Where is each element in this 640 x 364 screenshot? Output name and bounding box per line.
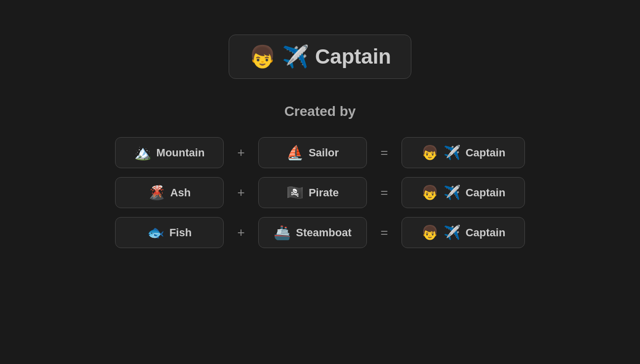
recipe-row-1: 🏔️ Mountain + ⛵ Sailor = 👦 ✈️ Captain [115, 137, 525, 168]
header-result-card: 👦 ✈️ Captain [229, 35, 411, 79]
recipe2-result-emoji2: ✈️ [443, 184, 461, 201]
recipe2-result-label: Captain [466, 186, 506, 199]
equals-operator-2: = [377, 185, 392, 200]
recipe3-ingredient2-label: Steamboat [296, 226, 351, 239]
recipe2-ingredient1-card: 🌋 Ash [115, 177, 224, 208]
recipe1-ingredient1-emoji: 🏔️ [134, 145, 152, 161]
recipe2-ingredient1-emoji: 🌋 [148, 184, 165, 201]
recipe1-ingredient1-card: 🏔️ Mountain [115, 137, 224, 168]
recipe1-result-emoji1: 👦 [421, 145, 439, 161]
recipe3-ingredient1-card: 🐟 Fish [115, 217, 224, 248]
recipe3-ingredient1-emoji: 🐟 [147, 224, 164, 241]
recipe3-result-emoji2: ✈️ [443, 224, 461, 241]
recipe3-result-emoji1: 👦 [421, 224, 439, 241]
recipe1-ingredient1-label: Mountain [157, 146, 205, 159]
recipe1-ingredient2-emoji: ⛵ [286, 145, 304, 161]
recipe2-ingredient2-card: 🏴‍☠️ Pirate [258, 177, 367, 208]
recipe2-result-card: 👦 ✈️ Captain [401, 177, 525, 208]
recipe-row-2: 🌋 Ash + 🏴‍☠️ Pirate = 👦 ✈️ Captain [115, 177, 525, 208]
header-title: Captain [315, 45, 391, 69]
recipe3-result-label: Captain [466, 226, 506, 239]
recipe1-ingredient2-card: ⛵ Sailor [258, 137, 367, 168]
plus-operator-3: + [234, 225, 248, 240]
recipe3-ingredient1-label: Fish [169, 226, 192, 239]
recipe1-result-emoji2: ✈️ [443, 145, 461, 161]
equals-operator-3: = [377, 225, 392, 240]
recipe3-ingredient2-emoji: 🚢 [274, 224, 291, 241]
equals-operator-1: = [377, 145, 392, 160]
header-emoji2: ✈️ [282, 44, 309, 70]
header-emoji1: 👦 [249, 44, 276, 70]
recipe3-ingredient2-card: 🚢 Steamboat [258, 217, 367, 248]
recipe1-result-card: 👦 ✈️ Captain [401, 137, 525, 168]
recipes-container: 🏔️ Mountain + ⛵ Sailor = 👦 ✈️ Captain 🌋 … [115, 137, 525, 248]
recipe2-ingredient1-label: Ash [170, 186, 191, 199]
plus-operator-1: + [234, 145, 248, 160]
recipe2-ingredient2-emoji: 🏴‍☠️ [286, 184, 304, 201]
plus-operator-2: + [234, 185, 248, 200]
created-by-label: Created by [284, 104, 356, 119]
recipe2-result-emoji1: 👦 [421, 184, 439, 201]
recipe1-ingredient2-label: Sailor [309, 146, 339, 159]
recipe3-result-card: 👦 ✈️ Captain [401, 217, 525, 248]
recipe-row-3: 🐟 Fish + 🚢 Steamboat = 👦 ✈️ Captain [115, 217, 525, 248]
recipe1-result-label: Captain [466, 146, 506, 159]
recipe2-ingredient2-label: Pirate [309, 186, 339, 199]
